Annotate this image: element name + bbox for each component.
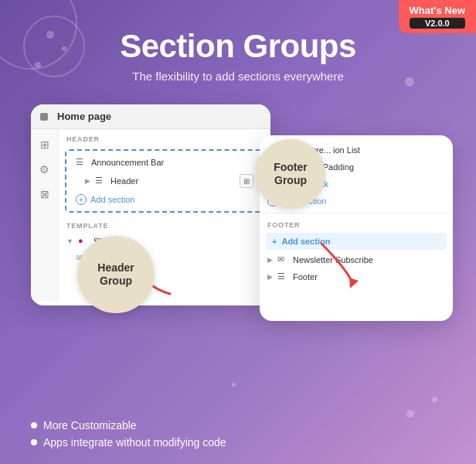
slideshow-icon: ● bbox=[78, 236, 89, 247]
footer-arrow bbox=[298, 220, 376, 298]
scatter-dot-6 bbox=[232, 383, 236, 387]
footer-group-label: FooterGroup bbox=[274, 161, 308, 187]
badge-label: What's New bbox=[410, 5, 465, 16]
announcement-text: Announcement Bar bbox=[91, 158, 253, 167]
bullet-dot-1 bbox=[31, 422, 37, 428]
header-item[interactable]: ▶ ☰ Header ⊞ bbox=[68, 171, 261, 191]
whats-new-badge: What's New V2.0.0 bbox=[399, 0, 476, 33]
cards-container: Home page ⊞ ⚙ ⊠ HEADER ☰ Announcement Ba… bbox=[0, 97, 476, 336]
announcement-bar-item[interactable]: ☰ Announcement Bar bbox=[68, 154, 261, 171]
scatter-dot-1 bbox=[46, 31, 54, 39]
header-icon: ☰ bbox=[95, 176, 106, 186]
add-section-plus-icon: + bbox=[76, 194, 87, 205]
scatter-dot-7 bbox=[406, 410, 414, 418]
template-section-label: TEMPLATE bbox=[59, 216, 270, 233]
footer-item-icon: ☰ bbox=[277, 271, 288, 282]
scatter-dot-4 bbox=[405, 77, 414, 87]
scatter-dot-2 bbox=[62, 46, 66, 51]
header-section-box: ☰ Announcement Bar ▶ ☰ Header ⊞ + Add se… bbox=[65, 149, 264, 213]
sidebar-icon-gear: ⚙ bbox=[37, 162, 53, 177]
newsletter-icon: ✉ bbox=[277, 254, 288, 265]
panel-icon bbox=[40, 113, 48, 121]
header-action-button[interactable]: ⊞ bbox=[240, 174, 253, 188]
svg-marker-1 bbox=[349, 278, 359, 288]
header-chevron: ▶ bbox=[85, 177, 90, 185]
sidebar-icon-grid: ⊠ bbox=[37, 186, 53, 202]
footer-item-chevron: ▶ bbox=[267, 273, 273, 281]
divider bbox=[260, 213, 453, 213]
add-section-text: Add section bbox=[90, 195, 134, 204]
scatter-dot-5 bbox=[432, 397, 437, 402]
scatter-dot-3 bbox=[35, 62, 41, 68]
footer-add-section-icon: + bbox=[272, 237, 277, 246]
announcement-icon: ☰ bbox=[76, 157, 87, 168]
sidebar-icons: ⊞ ⚙ ⊠ bbox=[31, 129, 59, 301]
header-group-label: HeaderGroup bbox=[97, 261, 134, 288]
slideshow-chevron: ▼ bbox=[66, 237, 73, 245]
bullet-text-1: More Customizable bbox=[43, 419, 137, 432]
left-add-section[interactable]: + Add section bbox=[68, 191, 261, 208]
footer-group-bubble: FooterGroup bbox=[256, 139, 325, 209]
left-panel-title: Home page bbox=[57, 111, 111, 122]
header-text: Header bbox=[110, 176, 235, 186]
deco-circle-tl2 bbox=[23, 15, 85, 77]
newsletter-chevron: ▶ bbox=[267, 256, 273, 264]
bullet-2: Apps integrate without modifying code bbox=[31, 436, 226, 449]
header-group-bubble: HeaderGroup bbox=[77, 236, 155, 313]
bullet-text-2: Apps integrate without modifying code bbox=[43, 436, 226, 449]
bottom-bullets: More Customizable Apps integrate without… bbox=[31, 419, 226, 449]
badge-version: V2.0.0 bbox=[410, 18, 465, 29]
bullet-1: More Customizable bbox=[31, 419, 226, 432]
bullet-dot-2 bbox=[31, 439, 37, 445]
header-section-label: HEADER bbox=[59, 129, 270, 146]
panel-topbar-left: Home page bbox=[31, 104, 270, 129]
sidebar-icon-layout: ⊞ bbox=[37, 137, 53, 152]
